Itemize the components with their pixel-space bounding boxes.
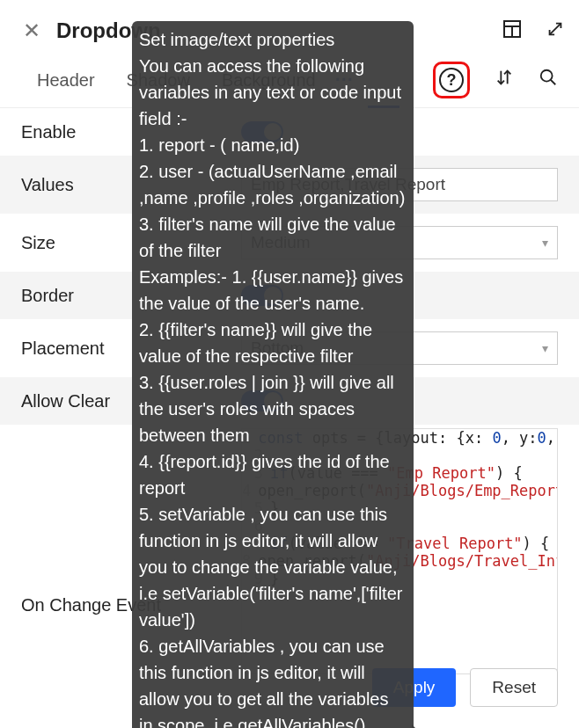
tooltip-title: Set image/text properties [139,26,407,53]
tab-header[interactable]: Header [21,63,111,98]
svg-line-3 [550,23,561,34]
chevron-down-icon: ▾ [542,341,548,355]
svg-point-6 [541,70,553,82]
reset-button[interactable]: Reset [470,668,558,707]
tooltip-arrow-icon [412,724,421,728]
help-tooltip: Set image/text properties You can access… [132,21,414,728]
swap-icon[interactable] [495,68,514,92]
svg-line-7 [551,80,556,85]
help-icon[interactable]: ? [439,68,464,92]
layout-panel-icon[interactable] [502,18,523,44]
search-icon[interactable] [539,68,558,92]
expand-icon[interactable] [546,19,565,43]
help-button-highlight: ? [433,62,470,98]
chevron-down-icon: ▾ [542,236,548,250]
close-icon[interactable]: ✕ [14,15,49,47]
